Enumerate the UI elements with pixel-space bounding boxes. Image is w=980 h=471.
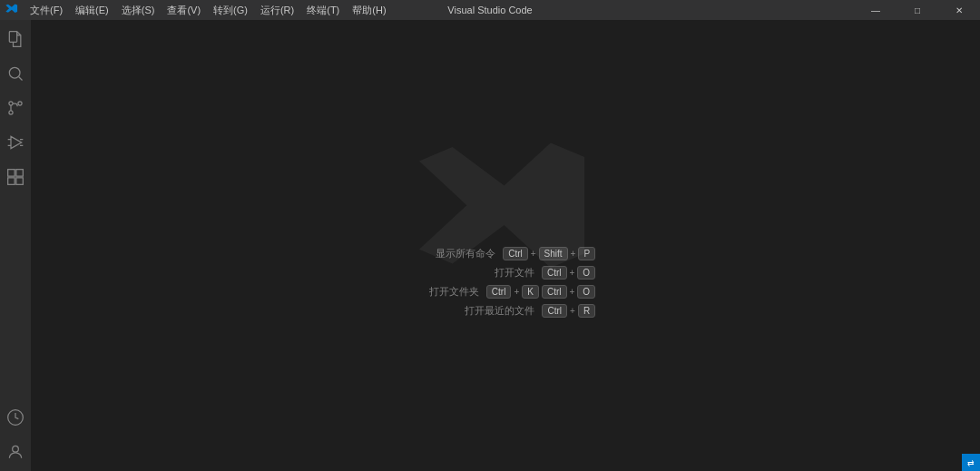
- menu-select[interactable]: 选择(S): [115, 0, 162, 20]
- menu-view[interactable]: 查看(V): [161, 0, 207, 20]
- status-bar-remote[interactable]: ⇄: [962, 454, 980, 471]
- remote-icon: ⇄: [967, 458, 975, 467]
- menu-terminal[interactable]: 终端(T): [300, 0, 346, 20]
- minimize-button[interactable]: —: [855, 0, 897, 20]
- activity-bar: [0, 20, 31, 471]
- window-title: Visual Studio Code: [447, 5, 532, 15]
- maximize-button[interactable]: □: [897, 0, 938, 20]
- svg-rect-8: [16, 170, 24, 177]
- activity-item-remote[interactable]: [0, 402, 31, 433]
- menu-bar: 文件(F) 编辑(E) 选择(S) 查看(V) 转到(G) 运行(R) 终端(T…: [24, 0, 393, 20]
- menu-edit[interactable]: 编辑(E): [69, 0, 115, 20]
- titlebar-left: 文件(F) 编辑(E) 选择(S) 查看(V) 转到(G) 运行(R) 终端(T…: [4, 0, 393, 20]
- close-button[interactable]: ✕: [938, 0, 980, 20]
- menu-help[interactable]: 帮助(H): [346, 0, 392, 20]
- svg-point-5: [18, 102, 22, 105]
- titlebar: 文件(F) 编辑(E) 选择(S) 查看(V) 转到(G) 运行(R) 终端(T…: [0, 0, 980, 20]
- svg-rect-10: [16, 178, 24, 185]
- main-layout: 显示所有命令 Ctrl + Shift + P 打开文件 Ctrl + O: [0, 20, 980, 471]
- activity-item-account[interactable]: [0, 437, 31, 467]
- svg-rect-9: [8, 178, 15, 185]
- svg-line-2: [19, 77, 23, 81]
- menu-run[interactable]: 运行(R): [254, 0, 300, 20]
- activity-bottom: [0, 402, 31, 471]
- activity-item-source-control[interactable]: [0, 93, 31, 123]
- vscode-watermark: [415, 137, 596, 319]
- activity-item-explorer[interactable]: [0, 24, 31, 54]
- svg-point-3: [9, 102, 13, 105]
- menu-goto[interactable]: 转到(G): [207, 0, 254, 20]
- svg-rect-7: [8, 170, 15, 177]
- window-controls: — □ ✕: [855, 0, 980, 20]
- activity-item-search[interactable]: [0, 58, 31, 89]
- content-area: 显示所有命令 Ctrl + Shift + P 打开文件 Ctrl + O: [31, 20, 980, 471]
- menu-file[interactable]: 文件(F): [24, 0, 69, 20]
- svg-marker-6: [11, 136, 22, 148]
- activity-item-debug[interactable]: [0, 127, 31, 158]
- svg-rect-0: [9, 32, 16, 43]
- activity-item-extensions[interactable]: [0, 162, 31, 192]
- svg-point-4: [9, 111, 13, 114]
- vscode-icon: [4, 2, 20, 18]
- svg-point-1: [9, 67, 20, 78]
- svg-point-11: [13, 446, 19, 452]
